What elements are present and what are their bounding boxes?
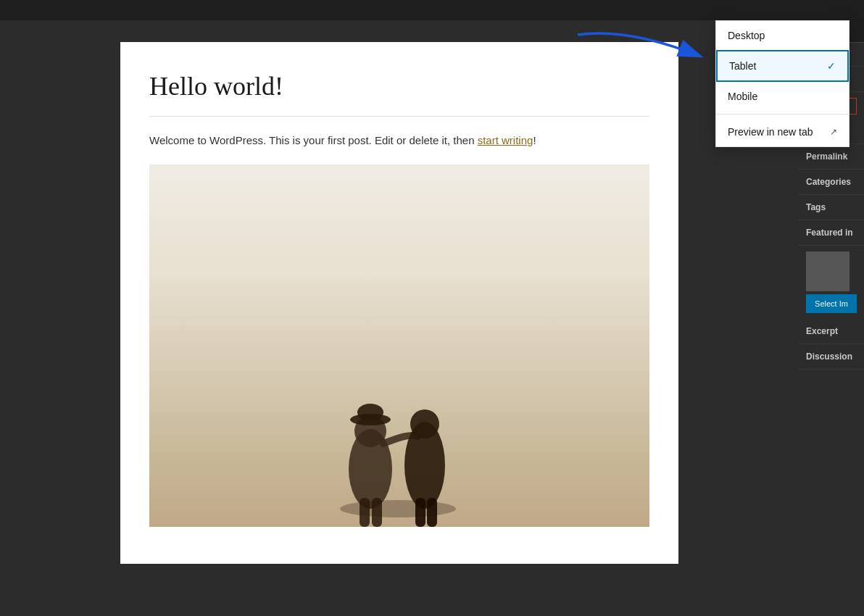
people-silhouette (291, 324, 508, 527)
desktop-label: Desktop (728, 30, 765, 41)
svg-point-6 (340, 500, 456, 517)
featured-image-thumb (806, 251, 850, 291)
dropdown-desktop[interactable]: Desktop (716, 21, 849, 50)
post-divider (149, 116, 649, 117)
post-content: Welcome to WordPress. This is your first… (149, 131, 649, 150)
select-image-button[interactable]: Select Im (806, 294, 857, 313)
top-bar (0, 0, 864, 20)
svg-rect-10 (427, 498, 437, 527)
featured-image-section[interactable]: Featured in (799, 220, 864, 246)
discussion-section[interactable]: Discussion (799, 344, 864, 370)
external-link-icon: ↗ (830, 127, 837, 137)
svg-point-3 (357, 404, 383, 421)
post-featured-image (149, 165, 649, 527)
post-link[interactable]: start writing (478, 134, 533, 146)
permalink-section[interactable]: Permalink (799, 144, 864, 170)
preview-new-tab-label: Preview in new tab (728, 126, 813, 138)
svg-rect-7 (360, 498, 370, 527)
categories-section[interactable]: Categories (799, 170, 864, 195)
post-preview-card: Hello world! Welcome to WordPress. This … (120, 42, 678, 564)
preview-dropdown-menu: Desktop Tablet ✓ Mobile Preview in new t… (715, 20, 850, 147)
mobile-label: Mobile (728, 91, 757, 102)
svg-rect-8 (372, 498, 382, 527)
tags-section[interactable]: Tags (799, 195, 864, 220)
tablet-checkmark: ✓ (827, 60, 836, 72)
svg-rect-9 (415, 498, 425, 527)
dropdown-tablet[interactable]: Tablet ✓ (716, 50, 849, 82)
excerpt-section[interactable]: Excerpt (799, 319, 864, 344)
dropdown-preview-new-tab[interactable]: Preview in new tab ↗ (716, 117, 849, 146)
dropdown-divider (716, 114, 849, 115)
preview-area: Hello world! Welcome to WordPress. This … (0, 20, 799, 616)
post-title: Hello world! (149, 71, 649, 101)
dropdown-mobile[interactable]: Mobile (716, 82, 849, 111)
svg-point-5 (410, 409, 439, 438)
tablet-label: Tablet (729, 60, 756, 72)
